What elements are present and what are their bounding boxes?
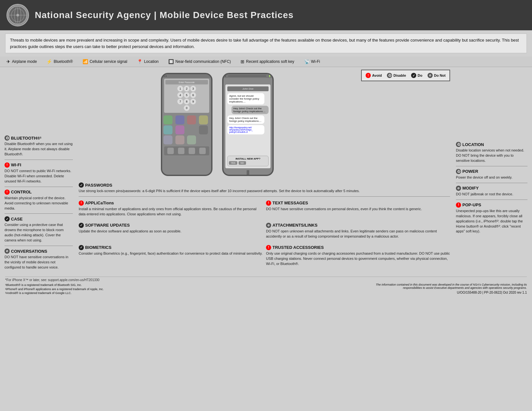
applications-title: ! APPLiCaTions — [79, 201, 263, 206]
location-section: ⏻ LOCATION Disable location services whe… — [456, 141, 527, 165]
avoid-key-icon: ! — [366, 73, 371, 78]
nsa-logo — [6, 4, 29, 26]
donot-icon: ⊘ — [456, 186, 461, 191]
disable-icon: ⏻ — [456, 142, 461, 147]
legend-disable: ⏻ Disable — [387, 73, 406, 78]
do-icon: ✓ — [5, 216, 10, 221]
footer-footnotes: ¹Bluetooth® is a registered trademark of… — [5, 283, 103, 295]
chat-screen: John Doe Agree, but we should consider t… — [225, 84, 271, 168]
text-messages-section: ! TEXT MESSAGES DO NOT have sensitive co… — [266, 199, 450, 218]
conversations-section: ⊘ CONVERSATIONS DO NOT have sensitive co… — [5, 247, 73, 271]
passwords-title: ✓ PASSWORDS — [79, 182, 450, 188]
legend-key-box: ! Avoid ⏻ Disable ✓ Do ⊘ Do Not — [361, 70, 450, 81]
avoid-icon: ! — [5, 190, 10, 195]
bluetooth-icon: ⚡ — [46, 59, 52, 64]
divider — [79, 196, 450, 197]
modify-section: ⊘ MODIFY DO NOT jailbreak or root the de… — [456, 184, 527, 198]
passwords-section: ✓ PASSWORDS Use strong lock-screen pins/… — [79, 182, 450, 194]
power-title: ⏻ POWER — [456, 169, 527, 174]
legend-bluetooth: ⚡ Bluetooth® — [46, 59, 73, 64]
case-section: ✓ CASE Consider using a protective case … — [5, 215, 73, 244]
bluetooth-title: ⏻ BLUETOOTH®¹ — [5, 135, 73, 141]
donot-icon: ⊘ — [5, 249, 10, 254]
install-prompt: INSTALL NEW APP? YES NO — [227, 156, 269, 166]
popups-section: ! POP-UPS Unexpected pop-ups like this a… — [456, 201, 527, 236]
legend-key: ! Avoid ⏻ Disable ✓ Do ⊘ Do Not — [361, 70, 450, 84]
donot-key-icon: ⊘ — [428, 73, 433, 78]
chat-bubble-3: Hey John! Check out the foreign policy i… — [227, 115, 264, 124]
nfc-icon: 🔲 — [168, 59, 174, 64]
biometrics-section: ✓ BIOMETRICS Consider using Biometrics (… — [79, 244, 263, 268]
divider — [5, 213, 73, 214]
right-column: ⏻ LOCATION Disable location services whe… — [453, 70, 527, 271]
cellular-icon: 📶 — [83, 59, 88, 64]
airplane-icon: ✈ — [6, 59, 10, 64]
disable-icon: ⏻ — [456, 169, 461, 174]
left-phone-body: Enter Passcode 1 2 3 4 5 6 — [161, 73, 212, 176]
chat-bubble-link: http://foreignpolicy.net/why/policy.net/… — [227, 125, 264, 134]
software-updates-section: ✓ SOFTWARE UPDATES Update the device sof… — [79, 221, 263, 240]
main-layout: ⏻ BLUETOOTH®¹ Disable Bluetooth® when yo… — [0, 67, 532, 274]
bluetooth-section: ⏻ BLUETOOTH®¹ Disable Bluetooth® when yo… — [5, 134, 73, 158]
install-yes-button[interactable]: YES — [229, 161, 237, 165]
divider — [5, 160, 73, 160]
legend-bar: ✈ Airplane mode ⚡ Bluetooth® 📶 Cellular … — [0, 56, 532, 67]
trusted-accessories-title: ! TRUSTED ACCESSORIES — [266, 245, 450, 250]
attachments-section: ⊘ ATTACHMENTS/LINKS DO NOT open unknown … — [266, 221, 450, 240]
power-section: ⏻ POWER Power the device off and on week… — [456, 168, 527, 181]
iphone-note: *For iPhone X™ or later, see: support.ap… — [5, 278, 527, 282]
location-title: ⏻ LOCATION — [456, 142, 527, 147]
chat-bubble-2: Hey John! Check out the foreign policy i… — [232, 106, 269, 114]
popups-title: ! POP-UPS — [456, 202, 527, 208]
legend-recent-apps: ⊞ Recent applications soft key — [241, 59, 294, 64]
avoid-icon: ! — [266, 245, 271, 250]
footer-disclaimer: The information contained in this docume… — [366, 283, 527, 294]
donot-icon: ⊘ — [266, 223, 271, 228]
intro-text: Threats to mobile devices are more preva… — [5, 34, 527, 53]
do-key-icon: ✓ — [411, 73, 416, 78]
footer: *For iPhone X™ or later, see: support.ap… — [5, 277, 527, 295]
disable-icon: ⏻ — [5, 135, 10, 141]
wifi-section: ! WI-FI DO NOT connect to public Wi-Fi n… — [5, 161, 73, 185]
wifi-title: ! WI-FI — [5, 162, 73, 168]
divider — [456, 183, 527, 183]
recent-apps-icon: ⊞ — [241, 59, 244, 64]
passwords-row: ✓ PASSWORDS Use strong lock-screen pins/… — [79, 182, 450, 194]
attachments-title: ⊘ ATTACHMENTS/LINKS — [266, 223, 450, 228]
software-updates-title: ✓ SOFTWARE UPDATES — [79, 223, 263, 228]
legend-cellular: 📶 Cellular service signal — [83, 59, 127, 64]
header: National Security Agency | Mobile Device… — [0, 0, 532, 30]
legend-do: ✓ Do — [411, 73, 422, 78]
control-title: ! CONTROL — [5, 190, 73, 195]
right-phone: 🔋 John Doe Agree, but we should consider… — [222, 73, 274, 176]
divider — [456, 166, 527, 166]
biometrics-title: ✓ BIOMETRICS — [79, 245, 263, 250]
avoid-icon: ! — [5, 162, 10, 168]
modify-title: ⊘ MODIFY — [456, 186, 527, 191]
avoid-icon: ! — [266, 201, 271, 206]
install-no-button[interactable]: NO — [239, 161, 246, 165]
legend-wifi: 📡 Wi-Fi — [304, 59, 320, 64]
disable-key-icon: ⏻ — [387, 73, 392, 78]
chat-bubble-1: Agree, but we should consider the foreig… — [227, 93, 264, 104]
control-section: ! CONTROL Maintain physical control of t… — [5, 188, 73, 212]
text-messages-title: ! TEXT MESSAGES — [266, 201, 450, 206]
legend-airplane: ✈ Airplane mode — [6, 59, 37, 64]
wifi-icon: 📡 — [304, 59, 310, 64]
divider — [5, 246, 73, 246]
avoid-icon: ! — [456, 202, 461, 208]
location-icon: 📍 — [137, 59, 143, 64]
legend-avoid: ! Avoid — [366, 73, 382, 78]
legend-donot: ⊘ Do Not — [428, 73, 446, 78]
legend-nfc: 🔲 Near-field communication (NFC) — [168, 59, 231, 64]
applications-section: ! APPLiCaTions Install a minimal number … — [79, 199, 263, 218]
left-phone: Enter Passcode 1 2 3 4 5 6 — [161, 73, 212, 176]
do-icon: ✓ — [79, 245, 84, 250]
divider — [5, 187, 73, 187]
divider — [456, 200, 527, 200]
center-column: Enter Passcode 1 2 3 4 5 6 — [75, 70, 453, 271]
avoid-icon: ! — [79, 201, 84, 206]
conversations-title: ⊘ CONVERSATIONS — [5, 249, 73, 254]
do-icon: ✓ — [79, 223, 84, 228]
page-title: National Security Agency | Mobile Device… — [35, 10, 294, 20]
